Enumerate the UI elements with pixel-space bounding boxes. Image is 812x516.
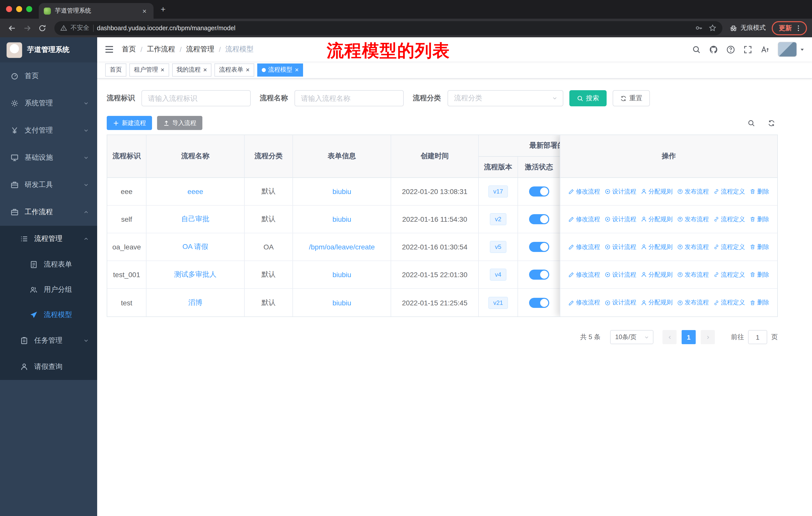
refresh-table-icon[interactable] <box>768 119 775 127</box>
action-publish-process[interactable]: 发布流程 <box>677 243 709 251</box>
action-delete[interactable]: 删除 <box>750 298 769 307</box>
close-icon[interactable] <box>161 66 164 73</box>
sidebar-item-devtools[interactable]: 研发工具 <box>0 171 97 198</box>
form-info-link[interactable]: biubiu <box>332 215 351 223</box>
browser-tab[interactable]: 芋道管理系统 <box>39 3 153 19</box>
action-design-process[interactable]: 设计流程 <box>605 187 636 196</box>
search-button[interactable]: 搜索 <box>569 90 607 106</box>
process-name-link[interactable]: 测试多审批人 <box>174 270 216 279</box>
active-toggle[interactable] <box>529 186 549 196</box>
active-toggle[interactable] <box>529 298 549 308</box>
sidebar-item-system[interactable]: 系统管理 <box>0 90 97 117</box>
active-toggle[interactable] <box>529 242 549 252</box>
action-delete[interactable]: 删除 <box>750 243 769 251</box>
breadcrumb-home[interactable]: 首页 <box>122 45 136 54</box>
breadcrumb-workflow[interactable]: 工作流程 <box>147 45 175 54</box>
action-delete[interactable]: 删除 <box>750 215 769 223</box>
form-info-link[interactable]: biubiu <box>332 271 351 279</box>
action-design-process[interactable]: 设计流程 <box>605 270 636 279</box>
sidebar-item-process-mgmt[interactable]: 流程管理 <box>0 226 97 252</box>
tag-tenant-mgmt[interactable]: 租户管理 <box>129 63 169 76</box>
font-size-icon[interactable] <box>761 45 769 54</box>
action-publish-process[interactable]: 发布流程 <box>677 187 709 196</box>
breadcrumb-process-mgmt[interactable]: 流程管理 <box>186 45 214 54</box>
goto-page-input[interactable] <box>748 330 767 344</box>
action-modify-process[interactable]: 修改流程 <box>568 243 600 251</box>
process-name-link[interactable]: OA 请假 <box>182 242 208 251</box>
sidebar-item-payment[interactable]: 支付管理 <box>0 117 97 144</box>
import-process-button[interactable]: 导入流程 <box>157 116 202 130</box>
process-category-select[interactable]: 流程分类 <box>447 90 563 106</box>
bookmark-star-icon[interactable] <box>709 24 716 32</box>
user-avatar-menu[interactable] <box>778 42 805 57</box>
action-publish-process[interactable]: 发布流程 <box>677 298 709 307</box>
tag-my-process[interactable]: 我的流程 <box>172 63 211 76</box>
page-number-current[interactable]: 1 <box>682 330 696 344</box>
search-icon[interactable] <box>692 45 701 54</box>
action-assign-rule[interactable]: 分配规则 <box>641 215 672 223</box>
sidebar-item-user-group[interactable]: 用户分组 <box>0 277 97 302</box>
action-modify-process[interactable]: 修改流程 <box>568 187 600 196</box>
form-info-link[interactable]: biubiu <box>332 299 351 307</box>
tag-process-form[interactable]: 流程表单 <box>214 63 254 76</box>
window-minimize-button[interactable] <box>16 6 22 12</box>
action-process-definition[interactable]: 流程定义 <box>713 187 745 196</box>
close-icon[interactable] <box>246 66 250 73</box>
reset-button[interactable]: 重置 <box>613 90 650 106</box>
process-key-input[interactable] <box>141 90 251 106</box>
next-page-button[interactable] <box>701 330 715 344</box>
github-icon[interactable] <box>709 45 718 54</box>
action-design-process[interactable]: 设计流程 <box>605 215 636 223</box>
sidebar-item-home[interactable]: 首页 <box>0 62 97 90</box>
address-bar[interactable]: 不安全 dashboard.yudao.iocoder.cn/bpm/manag… <box>54 21 722 35</box>
action-publish-process[interactable]: 发布流程 <box>677 215 709 223</box>
forward-icon[interactable] <box>20 21 34 35</box>
action-delete[interactable]: 删除 <box>750 270 769 279</box>
password-key-icon[interactable] <box>695 24 703 32</box>
action-process-definition[interactable]: 流程定义 <box>713 298 745 307</box>
update-button[interactable]: 更新 <box>772 21 807 35</box>
action-design-process[interactable]: 设计流程 <box>605 298 636 307</box>
process-name-link[interactable]: 自己审批 <box>181 215 209 224</box>
window-zoom-button[interactable] <box>26 6 32 12</box>
form-info-link[interactable]: biubiu <box>332 187 351 195</box>
close-icon[interactable] <box>203 66 207 73</box>
help-icon[interactable] <box>726 45 735 54</box>
back-icon[interactable] <box>5 21 19 35</box>
action-publish-process[interactable]: 发布流程 <box>677 270 709 279</box>
action-modify-process[interactable]: 修改流程 <box>568 270 600 279</box>
sidebar-item-process-model[interactable]: 流程模型 <box>0 302 97 328</box>
hamburger-icon[interactable] <box>104 44 114 54</box>
action-delete[interactable]: 删除 <box>750 187 769 196</box>
browser-menu-icon[interactable] <box>795 24 802 31</box>
action-assign-rule[interactable]: 分配规则 <box>641 298 672 307</box>
new-tab-button[interactable] <box>161 4 166 15</box>
tab-close-icon[interactable] <box>141 7 148 15</box>
active-toggle[interactable] <box>529 270 549 280</box>
sidebar-item-process-form[interactable]: 流程表单 <box>0 252 97 277</box>
process-name-input[interactable] <box>294 90 404 106</box>
reload-icon[interactable] <box>35 21 49 35</box>
action-assign-rule[interactable]: 分配规则 <box>641 187 672 196</box>
form-info-link[interactable]: /bpm/oa/leave/create <box>309 243 375 251</box>
sidebar-item-task-mgmt[interactable]: 任务管理 <box>0 328 97 354</box>
prev-page-button[interactable] <box>663 330 676 344</box>
action-modify-process[interactable]: 修改流程 <box>568 298 600 307</box>
window-close-button[interactable] <box>6 6 12 12</box>
action-process-definition[interactable]: 流程定义 <box>713 270 745 279</box>
sidebar-item-workflow[interactable]: 工作流程 <box>0 198 97 226</box>
fullscreen-icon[interactable] <box>744 45 752 54</box>
close-icon[interactable] <box>295 66 299 73</box>
process-name-link[interactable]: 滔博 <box>188 298 202 307</box>
sidebar-item-leave-query[interactable]: 请假查询 <box>0 354 97 380</box>
action-design-process[interactable]: 设计流程 <box>605 243 636 251</box>
action-process-definition[interactable]: 流程定义 <box>713 215 745 223</box>
tag-process-model[interactable]: 流程模型 <box>257 63 303 76</box>
toggle-search-icon[interactable] <box>748 119 755 127</box>
active-toggle[interactable] <box>529 214 549 224</box>
sidebar-item-infrastructure[interactable]: 基础设施 <box>0 144 97 171</box>
action-modify-process[interactable]: 修改流程 <box>568 215 600 223</box>
tag-home[interactable]: 首页 <box>105 63 126 76</box>
page-size-select[interactable]: 10条/页 <box>610 330 654 344</box>
create-process-button[interactable]: 新建流程 <box>107 116 152 130</box>
